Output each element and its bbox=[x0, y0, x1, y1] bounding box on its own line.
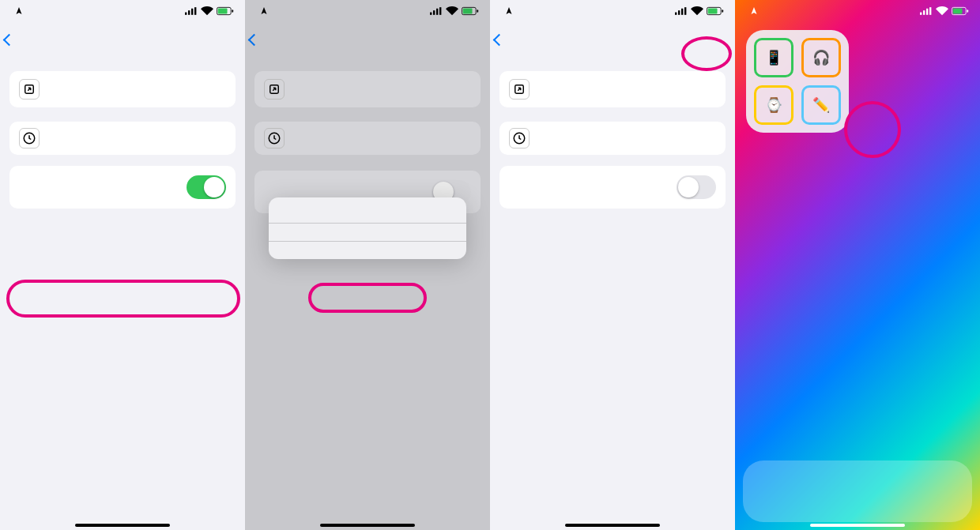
svg-rect-30 bbox=[929, 7, 931, 15]
when-card[interactable] bbox=[9, 71, 236, 107]
do-card[interactable] bbox=[9, 122, 236, 155]
status-bar bbox=[0, 0, 245, 22]
svg-rect-1 bbox=[188, 10, 190, 15]
screen-13-alert bbox=[245, 0, 490, 530]
home-indicator[interactable] bbox=[565, 524, 660, 527]
alert-confirm-button[interactable] bbox=[269, 223, 466, 241]
status-bar bbox=[490, 0, 735, 22]
svg-rect-24 bbox=[722, 9, 723, 12]
screen-13 bbox=[0, 0, 245, 530]
chevron-left-icon bbox=[3, 33, 16, 46]
home-indicator[interactable] bbox=[75, 524, 170, 527]
nav-bar bbox=[490, 22, 735, 57]
back-button[interactable] bbox=[495, 36, 505, 44]
svg-rect-0 bbox=[185, 13, 187, 15]
svg-rect-28 bbox=[923, 10, 925, 15]
clock-icon bbox=[19, 128, 40, 148]
alert-cancel-button[interactable] bbox=[269, 241, 466, 259]
svg-rect-27 bbox=[920, 13, 922, 15]
open-app-icon bbox=[19, 79, 40, 100]
highlight-ellipse bbox=[6, 280, 240, 318]
battery-ring-icon: 📱 bbox=[754, 38, 793, 77]
home-indicator[interactable] bbox=[320, 524, 415, 527]
svg-rect-5 bbox=[218, 9, 228, 14]
do-card[interactable] bbox=[499, 122, 726, 155]
ask-before-run-switch[interactable] bbox=[187, 175, 226, 199]
svg-rect-21 bbox=[684, 7, 686, 15]
nav-bar bbox=[0, 22, 245, 57]
svg-rect-32 bbox=[953, 9, 963, 14]
svg-rect-19 bbox=[678, 10, 680, 15]
status-bar bbox=[735, 0, 980, 22]
ask-before-run-switch[interactable] bbox=[677, 175, 716, 199]
back-button[interactable] bbox=[5, 36, 15, 44]
battery-ring-icon: ✏️ bbox=[801, 85, 841, 125]
svg-rect-29 bbox=[926, 9, 928, 15]
screen-14 bbox=[490, 0, 735, 530]
ask-toggle-row bbox=[499, 166, 726, 209]
confirm-alert bbox=[269, 197, 466, 259]
battery-ring-icon: ⌚ bbox=[754, 85, 793, 125]
alert-backdrop bbox=[245, 0, 490, 530]
clock-icon bbox=[509, 128, 530, 148]
chevron-left-icon bbox=[493, 33, 506, 46]
ask-toggle-row bbox=[9, 166, 236, 209]
svg-rect-23 bbox=[708, 9, 718, 14]
screen-15: 📱 🎧 ⌚ ✏️ bbox=[735, 0, 980, 530]
svg-rect-18 bbox=[675, 13, 677, 15]
open-app-icon bbox=[509, 79, 530, 100]
home-grid bbox=[735, 137, 980, 145]
battery-widget[interactable]: 📱 🎧 ⌚ ✏️ bbox=[746, 30, 849, 133]
svg-rect-2 bbox=[191, 9, 193, 15]
when-card[interactable] bbox=[499, 71, 726, 107]
svg-rect-33 bbox=[967, 9, 968, 12]
svg-rect-20 bbox=[681, 9, 683, 15]
svg-rect-3 bbox=[194, 7, 196, 15]
svg-rect-6 bbox=[232, 9, 233, 12]
dock bbox=[743, 460, 972, 522]
battery-ring-icon: 🎧 bbox=[801, 38, 841, 77]
home-indicator[interactable] bbox=[810, 524, 905, 527]
